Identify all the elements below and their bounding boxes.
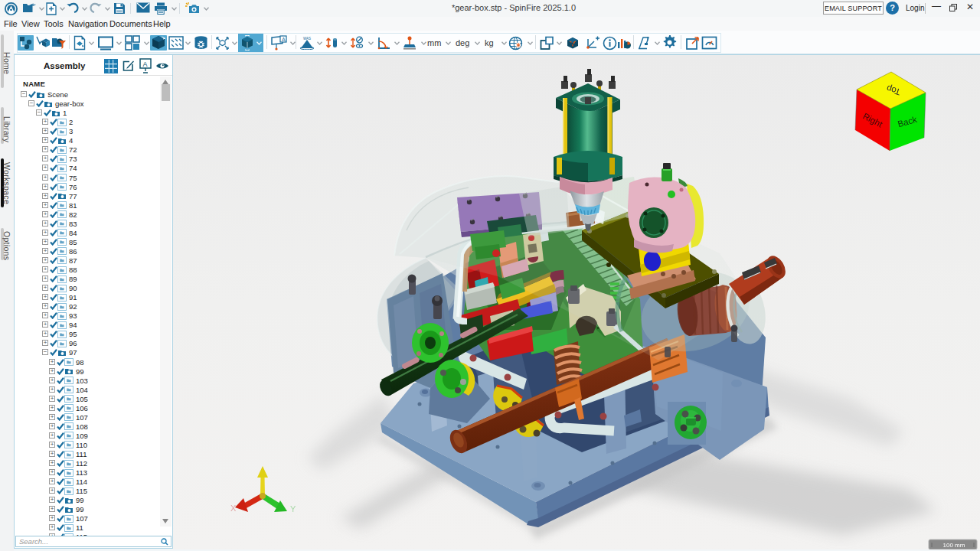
- svg-text:A: A: [282, 37, 286, 42]
- svg-text:A: A: [143, 60, 148, 68]
- svg-text:X: X: [230, 504, 237, 513]
- svg-text:100 mm: 100 mm: [943, 542, 965, 549]
- svg-text:Y: Y: [290, 504, 296, 514]
